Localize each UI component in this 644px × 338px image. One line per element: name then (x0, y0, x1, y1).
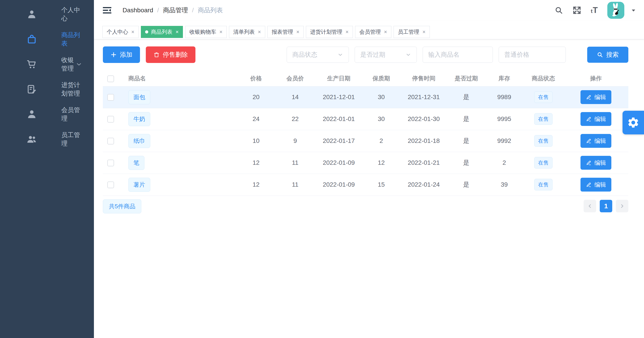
product-name-tag[interactable]: 笔 (128, 156, 144, 170)
product-name-tag[interactable]: 纸巾 (128, 134, 150, 148)
cell-stop-date: 2022-01-30 (400, 108, 447, 130)
close-icon[interactable]: × (384, 29, 387, 35)
settings-fab[interactable] (622, 111, 644, 134)
row-checkbox[interactable] (107, 181, 114, 188)
sidebar-item-product-list[interactable]: 商品列表 (0, 27, 94, 52)
close-icon[interactable]: × (176, 29, 179, 35)
cell-stop-date: 2022-01-21 (400, 152, 447, 174)
expired-select[interactable]: 是否过期 (355, 47, 417, 63)
tab-list[interactable]: 清单列表× (229, 26, 265, 38)
tab-purchase-plan[interactable]: 进货计划管理× (306, 26, 353, 38)
tab-label: 收银购物车 (190, 28, 216, 35)
tab-report[interactable]: 报表管理× (268, 26, 304, 38)
edit-button[interactable]: 编辑 (580, 156, 611, 170)
tab-label: 员工管理 (398, 28, 419, 35)
edit-button-label: 编辑 (594, 137, 606, 145)
close-icon[interactable]: × (131, 29, 134, 35)
product-status-select[interactable]: 商品状态 (287, 47, 349, 63)
tab-members[interactable]: 会员管理× (355, 26, 391, 38)
plus-icon (110, 52, 117, 58)
product-name-input[interactable] (422, 47, 493, 63)
prev-page-button[interactable] (584, 200, 596, 212)
table-row: 牛奶 24 22 2022-01-01 30 2022-01-30 是 9995… (103, 108, 628, 130)
close-icon[interactable]: × (258, 29, 261, 35)
sidebar-item-cashier[interactable]: 收银管理 (0, 52, 94, 77)
search-button[interactable]: 搜索 (587, 47, 628, 63)
col-header-name: 商品名 (118, 71, 237, 86)
close-icon[interactable]: × (346, 29, 348, 35)
select-all-checkbox[interactable] (107, 75, 114, 82)
cell-production-date: 2022-01-01 (315, 108, 362, 130)
cell-expired: 是 (447, 86, 485, 108)
row-checkbox[interactable] (107, 160, 114, 166)
cell-member-price: 11 (275, 174, 315, 195)
search-icon[interactable] (554, 6, 563, 14)
filter-group: 商品状态 是否过期 搜索 (281, 47, 628, 63)
tab-product-list[interactable]: 商品列表× (141, 26, 183, 38)
tab-label: 个人中心 (107, 28, 128, 35)
breadcrumb-item-product-mgmt[interactable]: 商品管理 (163, 6, 188, 14)
active-dot (145, 30, 148, 33)
caret-down-icon[interactable] (630, 7, 636, 13)
shopping-bag-icon (26, 33, 38, 45)
sidebar-item-profile[interactable]: 个人中心 (0, 2, 94, 27)
price-input[interactable] (499, 47, 566, 63)
avatar[interactable] (607, 2, 624, 19)
member-icon (26, 109, 38, 120)
close-icon[interactable]: × (422, 29, 426, 35)
row-checkbox[interactable] (107, 116, 114, 123)
cell-shelf-life: 15 (362, 174, 400, 195)
tab-label: 进货计划管理 (310, 28, 342, 35)
chevron-down-icon (406, 52, 411, 58)
edit-button-label: 编辑 (594, 159, 606, 167)
edit-button[interactable]: 编辑 (580, 90, 611, 104)
cell-member-price: 14 (275, 86, 315, 108)
search-icon (597, 52, 603, 58)
pencil-icon (586, 182, 592, 187)
sidebar-item-members[interactable]: 会员管理 (0, 102, 94, 127)
tab-cashier-cart[interactable]: 收银购物车× (185, 26, 227, 38)
cell-stop-date: 2022-01-24 (400, 174, 447, 195)
sidebar-item-purchase-plan[interactable]: 进货计划管理 (0, 77, 94, 102)
status-badge: 在售 (534, 179, 552, 190)
cell-expired: 是 (447, 152, 485, 174)
pencil-icon (586, 138, 592, 144)
sidebar-item-label: 进货计划管理 (61, 81, 82, 98)
trash-icon (154, 52, 160, 58)
font-size-big-t: T (593, 5, 598, 15)
row-checkbox[interactable] (107, 94, 114, 101)
hamburger-icon[interactable] (102, 5, 112, 15)
edit-button[interactable]: 编辑 (580, 134, 611, 148)
cell-stock: 9995 (485, 108, 523, 130)
cell-stock: 9989 (485, 86, 523, 108)
tab-staff[interactable]: 员工管理× (394, 26, 430, 38)
next-page-button[interactable] (616, 200, 628, 212)
breadcrumb-item-dashboard[interactable]: Dashboard (122, 7, 153, 14)
font-size-icon[interactable]: tT (591, 5, 598, 15)
chevron-left-icon (587, 203, 593, 209)
cell-shelf-life: 30 (362, 86, 400, 108)
status-badge: 在售 (534, 157, 552, 169)
add-button-label: 添加 (120, 50, 132, 59)
close-icon[interactable]: × (296, 29, 300, 35)
stop-sale-delete-button[interactable]: 停售删除 (146, 46, 196, 63)
fullscreen-icon[interactable] (572, 6, 582, 15)
sidebar-item-label: 商品列表 (61, 31, 82, 48)
edit-button[interactable]: 编辑 (580, 178, 611, 191)
tab-profile[interactable]: 个人中心× (102, 26, 139, 38)
product-name-tag[interactable]: 薯片 (128, 178, 150, 192)
edit-button[interactable]: 编辑 (580, 112, 611, 126)
user-icon (26, 8, 38, 20)
product-name-tag[interactable]: 面包 (128, 90, 150, 104)
page-1-button[interactable]: 1 (600, 200, 612, 212)
cell-expired: 是 (447, 174, 485, 195)
cell-shelf-life: 2 (362, 130, 400, 152)
cell-price: 24 (237, 108, 275, 130)
product-name-tag[interactable]: 牛奶 (128, 112, 150, 126)
row-checkbox[interactable] (107, 138, 114, 145)
navbar-right: tT (554, 2, 636, 19)
sidebar-item-staff[interactable]: 员工管理 (0, 127, 94, 152)
close-icon[interactable]: × (219, 29, 222, 35)
col-header-production-date: 生产日期 (315, 71, 362, 86)
add-button[interactable]: 添加 (103, 46, 140, 63)
